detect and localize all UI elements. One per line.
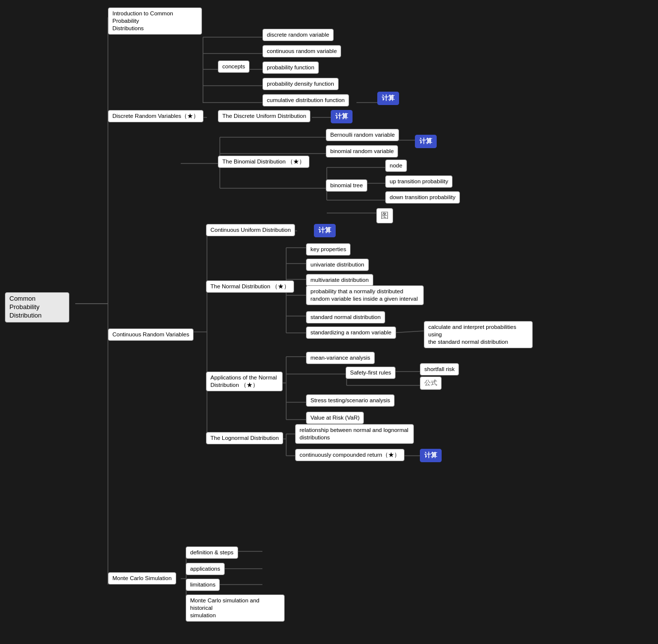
apps-normal-node: Applications of the Normal Distribution …	[206, 372, 283, 391]
figure-node: 图	[376, 208, 393, 223]
binomial-dist-node: The Binomial Distribution （★）	[218, 156, 309, 168]
continuous-rv-node: Continuous Random Variables	[108, 328, 194, 341]
continuous-uniform-node: Continuous Uniform Distribution	[206, 224, 295, 236]
discrete-rv-item-node: discrete random variable	[262, 29, 334, 41]
cumulative-dist-node: cumulative distribution function	[262, 94, 349, 107]
prob-func-node: probability function	[262, 61, 319, 74]
calc-badge-2[interactable]: 计算	[331, 110, 353, 123]
svg-line-42	[391, 331, 424, 333]
calc-badge-4[interactable]: 计算	[314, 224, 336, 237]
up-transition-node: up transition probability	[385, 175, 453, 188]
calc-badge-1[interactable]: 计算	[377, 92, 399, 105]
continuous-rv-item-node: continuous random variable	[262, 45, 341, 57]
rel-normal-log-node: relationship between normal and lognorma…	[295, 424, 414, 444]
calc-badge-5[interactable]: 计算	[420, 449, 442, 462]
standardizing-node: standardizing a random variable	[306, 326, 396, 339]
binomial-rv-node: binomial random variable	[326, 145, 398, 158]
formula-node: 公式	[420, 376, 442, 390]
bernoulli-node: Bernoulli random variable	[326, 129, 399, 141]
std-normal-node: standard normal distribution	[306, 311, 385, 323]
intro-node: Introduction to Common ProbabilityDistri…	[108, 7, 202, 35]
key-props-node: key properties	[306, 243, 351, 256]
monte-carlo-node: Monte Carlo Simulation	[108, 572, 176, 585]
calc-badge-3[interactable]: 计算	[415, 135, 437, 148]
binomial-tree-node: binomial tree	[326, 179, 367, 192]
normal-dist-node: The Normal Distribution （★）	[206, 280, 294, 293]
calc-interpret-node: calculate and interpret probabilities us…	[424, 321, 533, 348]
down-transition-node: down transition probability	[385, 191, 460, 204]
root-node: Common Probability Distribution	[5, 292, 69, 322]
stress-testing-node: Stress testing/scenario analysis	[306, 394, 395, 407]
def-steps-node: definition & steps	[186, 546, 238, 559]
node-item-node: node	[385, 160, 407, 172]
limitations-node: limitations	[186, 579, 220, 591]
prob-interval-node: probability that a normally distributedr…	[306, 285, 424, 305]
safety-first-node: Safety-first rules	[346, 367, 396, 379]
cont-compounded-node: continuously compounded return（★）	[295, 449, 405, 461]
shortfall-risk-node: shortfall risk	[420, 363, 459, 376]
discrete-uniform-node: The Discrete Uniform Distribution	[218, 110, 310, 122]
mean-variance-node: mean-variance analysis	[306, 352, 375, 364]
lognormal-node: The Lognormal Distribution	[206, 432, 283, 444]
applications-node: applications	[186, 563, 225, 575]
multivariate-node: multivariate distribution	[306, 274, 373, 286]
var-node: Value at Risk (VaR)	[306, 412, 364, 424]
mc-historical-node: Monte Carlo simulation and historicalsim…	[186, 594, 285, 622]
mind-map-container: Common Probability Distribution Introduc…	[0, 0, 658, 644]
prob-density-node: probability density function	[262, 78, 339, 90]
concepts-node: concepts	[218, 60, 250, 73]
univariate-node: univariate distribution	[306, 259, 369, 271]
discrete-rv-node: Discrete Random Variables（★）	[108, 110, 203, 122]
